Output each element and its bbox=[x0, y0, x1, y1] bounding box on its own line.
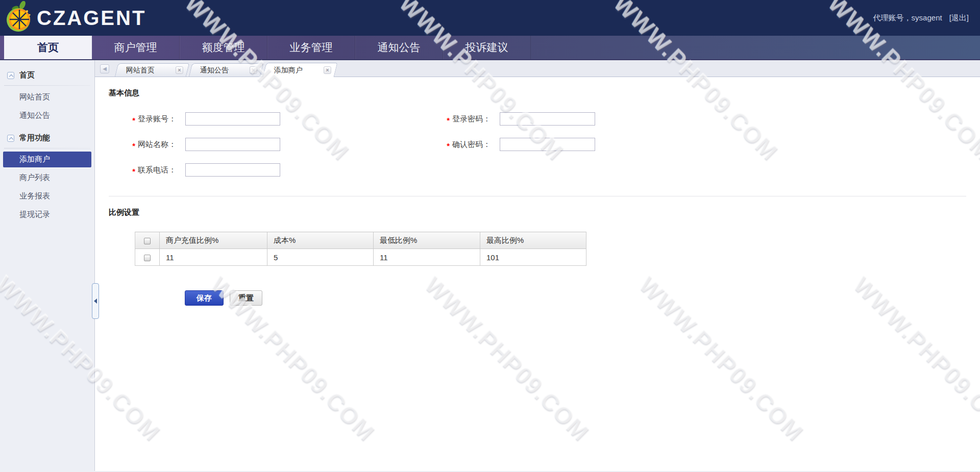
logo-title: CZAGENT bbox=[37, 7, 146, 30]
field-label-text: 网站名称： bbox=[138, 140, 176, 150]
site-name-input[interactable] bbox=[185, 138, 280, 151]
col-header-min-ratio: 最低比例% bbox=[374, 232, 480, 249]
field-label-text: 登录账号： bbox=[138, 114, 176, 124]
reset-button[interactable]: 重置 bbox=[230, 290, 262, 306]
required-mark: * bbox=[132, 165, 135, 176]
confirm-password-input[interactable] bbox=[500, 138, 595, 151]
row-checkbox[interactable] bbox=[144, 255, 151, 261]
account-info: 代理账号，sysagent bbox=[873, 13, 942, 23]
nav-item-merchant-mgmt[interactable]: 商户管理 bbox=[92, 36, 180, 59]
section-title-ratio-settings: 比例设置 bbox=[109, 208, 980, 217]
ratio-table-row: 11 5 11 101 bbox=[135, 249, 586, 266]
col-header-recharge-ratio: 商户充值比例% bbox=[160, 232, 267, 249]
tab-label: 添加商户 bbox=[274, 66, 303, 75]
sidebar-item-add-merchant[interactable]: 添加商户 bbox=[3, 152, 91, 167]
close-icon[interactable]: × bbox=[324, 66, 331, 74]
cell-max-ratio: 101 bbox=[480, 249, 586, 266]
basic-info-form: * 登录账号： * 登录密码： * 网站名称： * 确认密码： bbox=[95, 106, 980, 183]
tab-label: 通知公告 bbox=[200, 66, 229, 75]
required-mark: * bbox=[132, 139, 135, 150]
sidebar-section-title: 常用功能 bbox=[19, 133, 50, 143]
content-panel: 基本信息 * 登录账号： * 登录密码： * 网站名称： bbox=[95, 77, 980, 471]
login-account-input[interactable] bbox=[185, 112, 280, 126]
cell-recharge-ratio: 11 bbox=[160, 249, 267, 266]
required-mark: * bbox=[447, 139, 450, 150]
sidebar-section-title: 首页 bbox=[19, 70, 35, 80]
tab-scroll-left-icon[interactable]: ◀ bbox=[100, 64, 109, 73]
app-logo: CZAGENT bbox=[0, 1, 146, 35]
field-label-contact-phone: * 联系电话： bbox=[95, 157, 176, 183]
sidebar-section-common: 常用功能 bbox=[0, 129, 94, 147]
nav-item-complaints[interactable]: 投诉建议 bbox=[443, 36, 531, 59]
collapse-icon[interactable] bbox=[7, 72, 14, 79]
nav-item-home[interactable]: 首页 bbox=[4, 36, 92, 59]
required-mark: * bbox=[132, 114, 135, 125]
ratio-table-header-row: 商户充值比例% 成本% 最低比例% 最高比例% bbox=[135, 232, 586, 249]
cell-cost: 5 bbox=[267, 249, 374, 266]
close-icon[interactable]: × bbox=[250, 66, 257, 74]
required-mark: * bbox=[447, 114, 450, 125]
sidebar-item-merchant-list[interactable]: 商户列表 bbox=[0, 169, 94, 186]
field-label-text: 联系电话： bbox=[138, 165, 176, 175]
app-header: CZAGENT 代理账号，sysagent [退出] bbox=[0, 0, 980, 36]
tab-label: 网站首页 bbox=[126, 66, 155, 75]
sidebar-item-site-home[interactable]: 网站首页 bbox=[0, 89, 94, 106]
tab-site-home[interactable]: 网站首页 × bbox=[115, 63, 189, 77]
save-button[interactable]: 保存 bbox=[185, 290, 224, 306]
collapse-icon[interactable] bbox=[7, 135, 14, 142]
main-nav: 首页 商户管理 额度管理 业务管理 通知公告 投诉建议 bbox=[0, 36, 980, 60]
sidebar-item-notices[interactable]: 通知公告 bbox=[0, 107, 94, 124]
field-label-confirm-password: * 确认密码： bbox=[289, 132, 491, 157]
field-label-login-account: * 登录账号： bbox=[95, 106, 176, 132]
sidebar: 首页 网站首页 通知公告 常用功能 添加商户 商户列表 业务报表 提现记录 bbox=[0, 60, 95, 471]
form-actions: 保存 重置 bbox=[185, 290, 980, 306]
nav-item-business-mgmt[interactable]: 业务管理 bbox=[267, 36, 355, 59]
logout-link[interactable]: [退出] bbox=[949, 13, 969, 23]
sidebar-section-home: 首页 bbox=[0, 66, 94, 84]
field-label-site-name: * 网站名称： bbox=[95, 132, 176, 157]
orange-fruit-logo-icon bbox=[4, 1, 34, 35]
sidebar-item-business-report[interactable]: 业务报表 bbox=[0, 188, 94, 205]
divider bbox=[4, 148, 90, 148]
login-password-input[interactable] bbox=[500, 112, 595, 126]
nav-item-quota-mgmt[interactable]: 额度管理 bbox=[180, 36, 267, 59]
sidebar-item-withdraw-records[interactable]: 提现记录 bbox=[0, 206, 94, 223]
contact-phone-input[interactable] bbox=[185, 163, 280, 177]
tab-notices[interactable]: 通知公告 × bbox=[189, 63, 263, 77]
tab-add-merchant[interactable]: 添加商户 × bbox=[263, 63, 338, 77]
sidebar-collapse-handle[interactable] bbox=[92, 283, 99, 319]
col-header-cost: 成本% bbox=[267, 232, 374, 249]
section-title-basic-info: 基本信息 bbox=[109, 88, 980, 98]
select-all-checkbox[interactable] bbox=[144, 238, 151, 244]
ratio-table: 商户充值比例% 成本% 最低比例% 最高比例% 11 5 11 101 bbox=[135, 232, 586, 266]
field-label-login-password: * 登录密码： bbox=[289, 106, 491, 132]
section-divider bbox=[109, 196, 966, 196]
close-icon[interactable]: × bbox=[176, 66, 183, 74]
nav-item-notices[interactable]: 通知公告 bbox=[355, 36, 443, 59]
field-label-text: 确认密码： bbox=[452, 140, 491, 150]
cell-min-ratio: 11 bbox=[374, 249, 480, 266]
field-label-text: 登录密码： bbox=[452, 114, 491, 124]
col-header-max-ratio: 最高比例% bbox=[480, 232, 586, 249]
divider bbox=[4, 85, 90, 86]
open-tabs-bar: ◀ 网站首页 × 通知公告 × 添加商户 × bbox=[95, 60, 980, 77]
